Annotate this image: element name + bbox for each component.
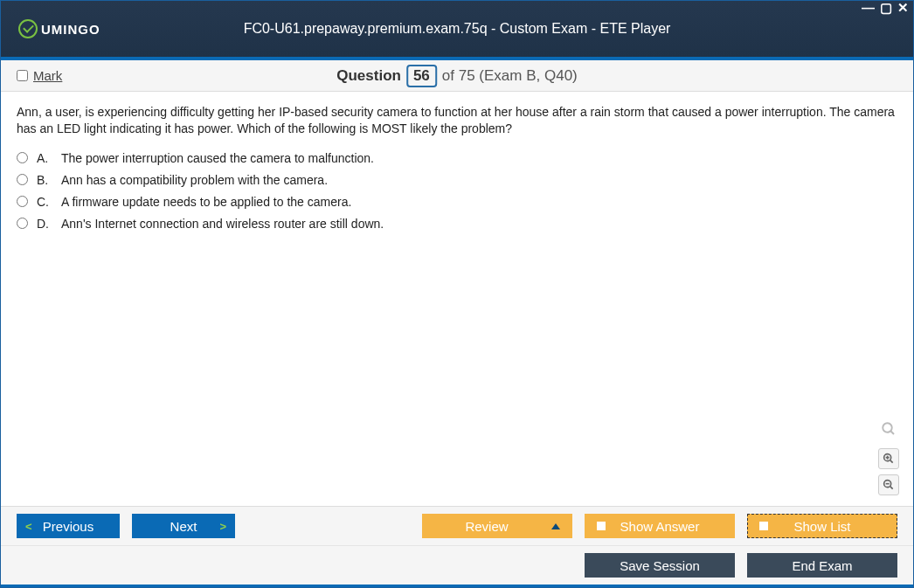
window-title: FC0-U61.prepaway.premium.exam.75q - Cust…: [244, 21, 671, 37]
options-list: A. The power interruption caused the cam…: [17, 151, 897, 231]
question-text: Ann, a user, is experiencing difficulty …: [17, 104, 897, 137]
chevron-left-icon: <: [25, 520, 32, 533]
next-label: Next: [170, 519, 197, 534]
save-session-button[interactable]: Save Session: [585, 553, 735, 578]
question-total: of 75 (Exam B, Q40): [442, 67, 578, 85]
app-logo: UMINGO: [18, 19, 100, 38]
show-list-label: Show List: [793, 519, 850, 534]
mark-label: Mark: [33, 68, 62, 83]
logo-text: UMINGO: [41, 22, 100, 37]
show-answer-label: Show Answer: [620, 519, 700, 534]
mark-container[interactable]: Mark: [17, 68, 62, 83]
question-number: 56: [406, 65, 437, 87]
option-a-text: The power interruption caused the camera…: [61, 151, 374, 165]
content-area: Ann, a user, is experiencing difficulty …: [1, 92, 913, 506]
show-answer-button[interactable]: Show Answer: [585, 514, 735, 538]
option-b[interactable]: B. Ann has a compatibility problem with …: [17, 173, 897, 187]
square-icon: [759, 522, 768, 530]
option-d-radio[interactable]: [17, 218, 28, 229]
search-icon[interactable]: [878, 419, 899, 439]
option-c[interactable]: C. A firmware update needs to be applied…: [17, 195, 897, 209]
show-list-button[interactable]: Show List: [747, 514, 897, 538]
review-label: Review: [465, 519, 508, 534]
option-c-radio[interactable]: [17, 196, 28, 207]
question-bar: Mark Question 56 of 75 (Exam B, Q40): [1, 60, 913, 92]
chevron-right-icon: >: [219, 520, 226, 533]
option-b-radio[interactable]: [17, 174, 28, 185]
review-button[interactable]: Review: [422, 514, 572, 538]
option-d-text: Ann's Internet connection and wireless r…: [61, 217, 384, 231]
minimize-button[interactable]: —: [862, 2, 875, 14]
zoom-out-button[interactable]: [878, 474, 899, 495]
app-header: UMINGO FC0-U61.prepaway.premium.exam.75q…: [1, 1, 913, 57]
maximize-button[interactable]: ▢: [880, 2, 892, 14]
question-label: Question: [336, 67, 401, 85]
previous-button[interactable]: < Previous: [17, 514, 120, 538]
save-session-label: Save Session: [620, 558, 700, 573]
option-b-text: Ann has a compatibility problem with the…: [61, 173, 328, 187]
zoom-in-button[interactable]: [878, 448, 899, 469]
option-d[interactable]: D. Ann's Internet connection and wireles…: [17, 217, 897, 231]
option-c-letter: C.: [37, 195, 52, 209]
square-icon: [597, 522, 606, 530]
svg-point-0: [883, 423, 892, 432]
svg-line-1: [890, 431, 894, 434]
mark-checkbox[interactable]: [17, 70, 28, 81]
svg-line-7: [890, 487, 893, 489]
previous-label: Previous: [43, 519, 93, 534]
triangle-up-icon: [551, 523, 560, 529]
option-a[interactable]: A. The power interruption caused the cam…: [17, 151, 897, 165]
zoom-controls: [878, 419, 899, 495]
close-button[interactable]: ✕: [897, 2, 909, 14]
option-c-text: A firmware update needs to be applied to…: [61, 195, 351, 209]
option-a-letter: A.: [37, 151, 52, 165]
end-exam-label: End Exam: [792, 558, 852, 573]
end-exam-button[interactable]: End Exam: [747, 553, 897, 578]
option-d-letter: D.: [37, 217, 52, 231]
option-a-radio[interactable]: [17, 152, 28, 163]
question-info: Question 56 of 75 (Exam B, Q40): [336, 65, 578, 87]
footer-nav: < Previous Next > Review Show Answer Sho…: [1, 506, 913, 545]
bottom-divider: [1, 585, 913, 587]
svg-line-3: [890, 460, 893, 463]
footer-session: Save Session End Exam: [1, 545, 913, 585]
next-button[interactable]: Next >: [132, 514, 235, 538]
option-b-letter: B.: [37, 173, 52, 187]
logo-check-icon: [18, 19, 38, 38]
